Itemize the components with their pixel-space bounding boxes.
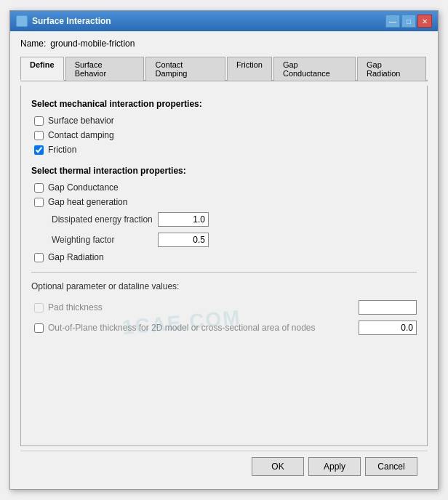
gap-radiation-row: Gap Radiation xyxy=(34,251,417,263)
cancel-button[interactable]: Cancel xyxy=(365,457,417,476)
contact-damping-checkbox[interactable] xyxy=(34,131,44,140)
weighting-factor-input[interactable] xyxy=(158,233,209,247)
tab-define[interactable]: Define xyxy=(20,57,64,81)
tab-gap-radiation[interactable]: Gap Radiation xyxy=(357,57,426,81)
out-of-plane-input[interactable] xyxy=(359,320,417,335)
contact-damping-row: Contact damping xyxy=(34,129,417,141)
title-bar: Surface Interaction — □ ✕ xyxy=(10,11,438,31)
out-of-plane-row: Out-of-Plane thickness for 2D model or c… xyxy=(34,319,417,336)
window-content: Name: ground-mobile-friction Define Surf… xyxy=(10,31,438,489)
pad-thickness-input[interactable] xyxy=(359,300,417,315)
name-value: ground-mobile-friction xyxy=(50,39,135,49)
tab-content-define: Select mechanical interaction properties… xyxy=(20,86,428,446)
mechanical-section-title: Select mechanical interaction properties… xyxy=(31,99,417,109)
bottom-bar: OK Apply Cancel xyxy=(20,451,428,482)
weighting-factor-row: Weighting factor xyxy=(52,231,417,249)
tab-surface-behavior[interactable]: Surface Behavior xyxy=(65,57,145,81)
window-title: Surface Interaction xyxy=(32,16,111,26)
surface-behavior-label: Surface behavior xyxy=(48,116,114,126)
gap-conductance-label: Gap Conductance xyxy=(48,182,119,193)
friction-row: Friction xyxy=(34,144,417,156)
close-button[interactable]: ✕ xyxy=(417,15,432,28)
maximize-button[interactable]: □ xyxy=(401,15,416,28)
friction-label: Friction xyxy=(48,145,76,155)
tabs-bar: Define Surface Behavior Contact Damping … xyxy=(20,56,428,81)
pad-thickness-label: Pad thickness xyxy=(48,302,354,312)
weighting-factor-label: Weighting factor xyxy=(52,235,153,245)
title-controls: — □ ✕ xyxy=(385,15,432,28)
minimize-button[interactable]: — xyxy=(385,15,400,28)
dissipated-energy-label: Dissipated energy fraction xyxy=(52,214,153,225)
separator xyxy=(31,272,417,273)
out-of-plane-label: Out-of-Plane thickness for 2D model or c… xyxy=(48,323,354,333)
name-row: Name: ground-mobile-friction xyxy=(20,39,428,49)
thermal-section-title: Select thermal interaction properties: xyxy=(31,166,417,176)
gap-heat-generation-row: Gap heat generation xyxy=(34,196,417,208)
tab-friction[interactable]: Friction xyxy=(227,57,272,81)
gap-conductance-checkbox[interactable] xyxy=(34,183,44,193)
gap-conductance-row: Gap Conductance xyxy=(34,182,417,193)
ok-button[interactable]: OK xyxy=(252,457,304,476)
dissipated-energy-row: Dissipated energy fraction xyxy=(52,211,417,228)
pad-thickness-checkbox xyxy=(34,303,44,312)
tab-contact-damping[interactable]: Contact Damping xyxy=(145,57,225,81)
out-of-plane-checkbox[interactable] xyxy=(34,323,44,333)
window-icon xyxy=(16,15,28,27)
tab-content-wrapper: Select mechanical interaction properties… xyxy=(20,86,428,446)
friction-checkbox[interactable] xyxy=(34,145,44,155)
gap-heat-generation-label: Gap heat generation xyxy=(48,197,127,207)
gap-radiation-checkbox[interactable] xyxy=(34,253,44,262)
gap-heat-generation-checkbox[interactable] xyxy=(34,198,44,207)
surface-behavior-checkbox[interactable] xyxy=(34,116,44,126)
dissipated-energy-input[interactable] xyxy=(158,212,209,227)
main-window: Surface Interaction — □ ✕ Name: ground-m… xyxy=(9,10,439,490)
contact-damping-label: Contact damping xyxy=(48,130,114,140)
surface-behavior-row: Surface behavior xyxy=(34,115,417,126)
gap-radiation-label: Gap Radiation xyxy=(48,252,104,262)
name-label: Name: xyxy=(20,39,46,49)
title-bar-left: Surface Interaction xyxy=(16,15,111,27)
pad-thickness-row: Pad thickness xyxy=(34,299,417,316)
optional-section-title: Optional parameter or dataline values: xyxy=(31,281,417,291)
tab-gap-conductance[interactable]: Gap Conductance xyxy=(273,57,356,81)
apply-button[interactable]: Apply xyxy=(308,457,361,476)
